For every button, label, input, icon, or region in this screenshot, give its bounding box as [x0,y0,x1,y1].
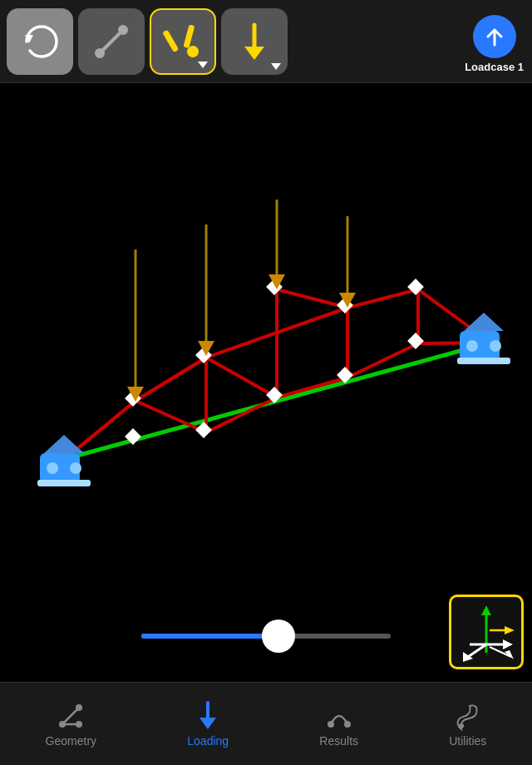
results-icon [324,701,354,731]
loading-icon [193,701,223,731]
slider-thumb[interactable] [262,619,295,653]
svg-rect-57 [457,358,510,364]
svg-line-28 [135,358,206,401]
svg-point-51 [70,462,81,474]
svg-point-6 [187,46,199,57]
geometry-icon [56,701,86,731]
load-dropdown-arrow [198,62,208,68]
svg-marker-54 [464,313,504,331]
loading-tab-label: Loading [187,734,229,748]
results-tab-label: Results [319,734,358,748]
svg-marker-59 [481,605,491,615]
utilities-icon [453,701,483,731]
svg-point-50 [47,462,58,474]
axes-widget [449,595,524,669]
svg-line-3 [103,33,120,50]
svg-marker-49 [44,435,84,453]
tab-loading[interactable]: Loading [174,694,242,754]
svg-marker-61 [503,639,513,649]
svg-rect-5 [183,24,195,48]
geometry-tab-label: Geometry [46,734,96,748]
loadcase-label: Loadcase 1 [465,61,524,73]
slider-track[interactable] [141,634,391,639]
svg-point-77 [459,723,464,728]
svg-point-56 [490,340,501,352]
canvas-area[interactable] [0,83,532,599]
tab-utilities[interactable]: Utilities [436,694,500,754]
svg-rect-52 [37,480,91,486]
svg-line-13 [135,401,206,432]
svg-line-71 [62,708,79,724]
undo-button[interactable] [7,8,73,75]
svg-line-15 [206,358,277,397]
utilities-tab-label: Utilities [449,734,486,748]
svg-marker-74 [200,718,216,729]
tab-results[interactable]: Results [306,694,372,754]
svg-line-18 [347,289,418,308]
load-button[interactable] [150,8,216,75]
member-button[interactable] [78,8,145,75]
loadcase-button[interactable]: Loadcase 1 [465,15,524,73]
svg-line-16 [277,378,347,397]
svg-rect-4 [162,29,179,52]
tab-bar: Geometry Loading Results [0,682,532,765]
svg-line-20 [277,289,347,308]
force-dropdown-arrow [271,63,281,70]
svg-point-55 [466,340,478,352]
svg-marker-8 [244,47,264,60]
tab-geometry[interactable]: Geometry [32,694,110,754]
force-button[interactable] [221,8,288,75]
svg-line-14 [206,397,277,432]
toolbar: Loadcase 1 [0,0,532,83]
svg-marker-65 [505,626,515,634]
slider-fill [141,634,278,639]
